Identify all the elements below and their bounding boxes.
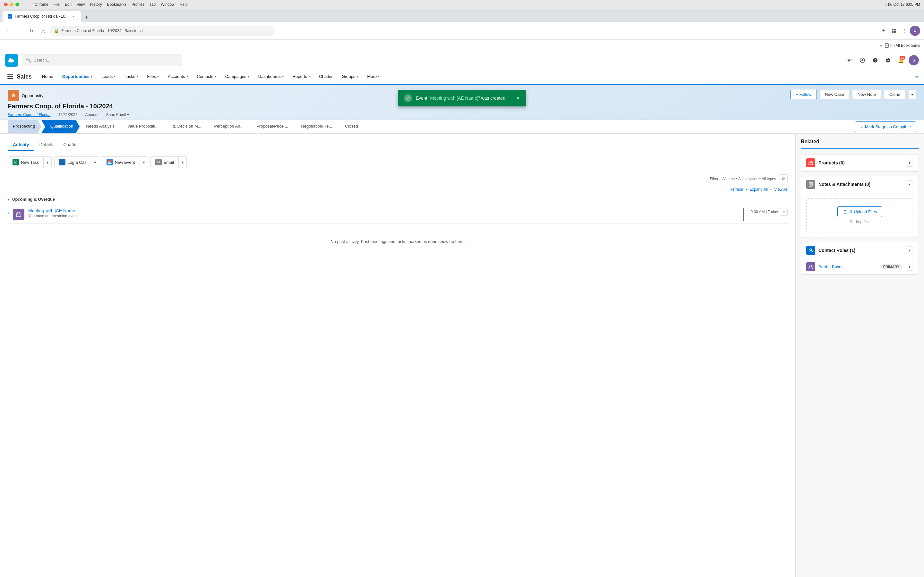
follow-button[interactable]: + Follow xyxy=(790,90,817,99)
tab-details[interactable]: Details xyxy=(34,139,58,151)
add-icon[interactable] xyxy=(857,55,867,65)
stage-step-closed[interactable]: Closed xyxy=(338,120,364,133)
section-collapse-icon[interactable]: ▾ xyxy=(8,197,10,201)
upload-files-button[interactable]: ⬆ Upload Files xyxy=(837,206,883,217)
reload-button[interactable]: ↻ xyxy=(27,26,36,35)
sf-search-bar[interactable]: 🔍 Search... xyxy=(22,55,182,66)
new-case-button[interactable]: New Case xyxy=(819,90,850,99)
email-button[interactable]: ✉ Email xyxy=(150,156,179,168)
mac-window-controls[interactable] xyxy=(4,3,19,6)
mac-menu-item[interactable]: Edit xyxy=(65,2,71,7)
notes-card-chevron[interactable]: ▾ xyxy=(906,181,913,188)
nav-item-chatter[interactable]: Chatter xyxy=(315,69,336,85)
mac-minimize-dot[interactable] xyxy=(10,3,13,6)
nav-item-accounts[interactable]: Accounts ▾ xyxy=(164,69,192,85)
more-actions-dropdown[interactable]: ▾ xyxy=(908,90,916,99)
mac-menu-item[interactable]: Tab xyxy=(150,2,156,7)
filter-settings-button[interactable]: ⚙ xyxy=(779,174,788,183)
nav-item-home[interactable]: Home xyxy=(38,69,57,85)
tab-chatter[interactable]: Chatter xyxy=(58,139,83,151)
sf-logo[interactable] xyxy=(5,54,18,67)
stage-step-prospecting[interactable]: Prospecting xyxy=(8,120,41,133)
contact-roles-chevron[interactable]: ▾ xyxy=(906,247,913,254)
nav-item-reports[interactable]: Reports ▾ xyxy=(289,69,314,85)
chrome-tab-active[interactable]: C Farmers Coop. of Florida - 10... × xyxy=(3,11,81,22)
nav-item-dashboards[interactable]: Dashboards ▾ xyxy=(254,69,288,85)
event-title[interactable]: Meeting with [AE Name] xyxy=(28,208,737,213)
mac-close-dot[interactable] xyxy=(4,3,8,6)
nav-item-leads[interactable]: Leads ▾ xyxy=(97,69,120,85)
mark-stage-complete-button[interactable]: ✓ Mark Stage as Complete xyxy=(855,121,916,132)
new-task-button[interactable]: ☑ New Task xyxy=(8,156,44,168)
stage-step-negotiation[interactable]: Negotiation/Re... xyxy=(294,120,338,133)
new-note-button[interactable]: New Note xyxy=(852,90,881,99)
record-amount-label: Amount xyxy=(85,113,98,117)
mac-menu-item[interactable]: History xyxy=(90,2,102,7)
toast-event-link[interactable]: Meeting with [AE Name] xyxy=(430,95,478,101)
bookmarks-bar: » >> All Bookmarks xyxy=(0,40,924,51)
record-owner[interactable]: Sean Kamil ▾ xyxy=(106,113,129,117)
feedback-icon[interactable] xyxy=(870,55,880,65)
chrome-menu-icon[interactable]: ⋮ xyxy=(900,26,909,35)
new-tab-button[interactable]: + xyxy=(82,13,91,22)
log-call-button[interactable]: 📞 Log a Call xyxy=(54,156,91,168)
record-account[interactable]: Farmers Coop. of Florida xyxy=(8,113,50,117)
svg-rect-3 xyxy=(894,29,896,31)
stage-step-qualification[interactable]: Qualification Qualification xyxy=(41,120,80,133)
chrome-user-avatar[interactable]: U xyxy=(910,26,920,36)
email-dropdown[interactable]: ▾ xyxy=(179,156,187,168)
settings-icon[interactable] xyxy=(883,55,893,65)
mac-menu-item[interactable]: Profiles xyxy=(132,2,144,7)
notifications-icon[interactable]: 🔔 12 xyxy=(896,55,906,65)
mac-menu-item[interactable]: View xyxy=(77,2,85,7)
contact-row-bertha: Bertha Boxer PRIMARY ▾ xyxy=(801,259,919,274)
mac-menu-item[interactable]: Chrome xyxy=(35,2,48,7)
back-button[interactable]: ← xyxy=(4,26,13,35)
mac-maximize-dot[interactable] xyxy=(15,3,19,6)
nav-item-files[interactable]: Files ▾ xyxy=(144,69,163,85)
refresh-link[interactable]: Refresh xyxy=(730,187,743,192)
stage-step-needs-analysis[interactable]: Needs Analysis xyxy=(79,120,121,133)
stage-step-perception[interactable]: Perception An... xyxy=(208,120,250,133)
event-expand-icon[interactable]: › xyxy=(8,211,9,215)
new-task-dropdown[interactable]: ▾ xyxy=(44,156,52,168)
favorites-icon[interactable]: ★▾ xyxy=(845,55,855,65)
view-all-link[interactable]: View All xyxy=(774,187,788,192)
tab-activity[interactable]: Activity xyxy=(8,139,34,151)
nav-item-opportunities[interactable]: Opportunities ▾ xyxy=(58,69,96,85)
stage-step-id-decision[interactable]: Id. Decision M... xyxy=(165,120,208,133)
toast-close-button[interactable]: × xyxy=(516,95,520,102)
stage-step-value-proposition[interactable]: Value Propositi... xyxy=(121,120,165,133)
sf-user-avatar[interactable]: S xyxy=(909,55,919,65)
contact-name-bertha[interactable]: Bertha Boxer xyxy=(819,264,877,269)
event-dropdown-button[interactable]: ▾ xyxy=(780,208,788,216)
products-card-chevron[interactable]: ▾ xyxy=(906,159,913,167)
nav-item-contacts[interactable]: Contacts ▾ xyxy=(193,69,220,85)
log-call-dropdown[interactable]: ▾ xyxy=(91,156,99,168)
new-event-dropdown[interactable]: ▾ xyxy=(140,156,148,168)
expand-all-link[interactable]: Expand All xyxy=(750,187,768,192)
nav-item-tasks[interactable]: Tasks ▾ xyxy=(121,69,142,85)
clone-button[interactable]: Clone xyxy=(884,90,906,99)
new-event-button[interactable]: 📅 New Event xyxy=(102,156,140,168)
contact-row-chevron[interactable]: ▾ xyxy=(906,263,913,271)
nav-item-more[interactable]: More ▾ xyxy=(363,69,384,85)
show-bookmarks-label[interactable]: » xyxy=(880,43,883,48)
nav-item-groups[interactable]: Groups ▾ xyxy=(338,69,362,85)
app-menu-button[interactable] xyxy=(5,71,15,82)
home-button[interactable]: △ xyxy=(39,26,47,35)
nav-item-campaigns[interactable]: Campaigns ▾ xyxy=(221,69,253,85)
bookmark-star-icon[interactable]: ★ xyxy=(879,26,888,35)
mac-menu-item[interactable]: Window xyxy=(161,2,174,7)
stage-step-proposal[interactable]: Proposal/Price ... xyxy=(250,120,294,133)
upload-drop-area[interactable]: ⬆ Upload Files Or drop files xyxy=(806,198,913,232)
nav-edit-button[interactable]: ✏ xyxy=(915,74,919,79)
chrome-extension-icon[interactable] xyxy=(889,26,898,35)
all-bookmarks-label[interactable]: >> All Bookmarks xyxy=(885,43,920,48)
forward-button[interactable]: → xyxy=(15,26,24,35)
mac-menu-item[interactable]: Bookmarks xyxy=(107,2,126,7)
mac-menu-item[interactable]: Help xyxy=(180,2,188,7)
tab-close-btn[interactable]: × xyxy=(71,14,76,19)
mac-menu-item[interactable]: File xyxy=(53,2,60,7)
url-bar[interactable]: 🔒 Farmers Coop. of Florida - 10/2024 | S… xyxy=(50,26,275,36)
